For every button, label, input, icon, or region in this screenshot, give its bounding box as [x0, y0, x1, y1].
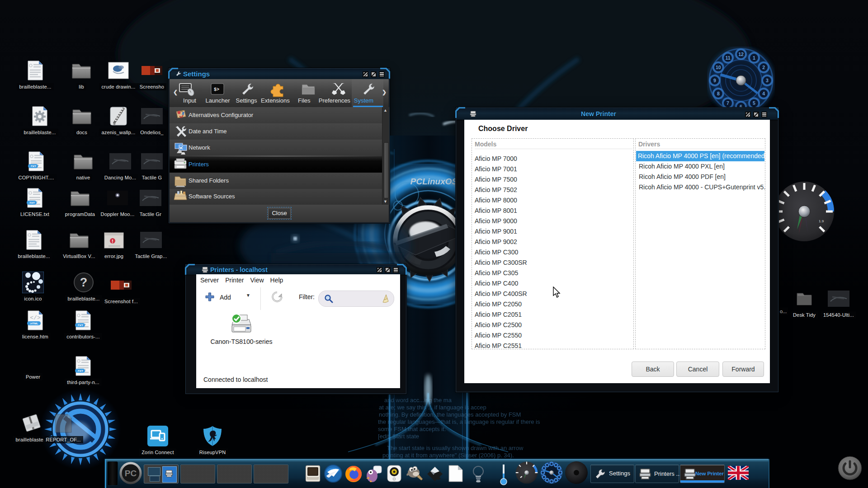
svg-text:7: 7 [726, 100, 729, 106]
svg-text:1.9: 1.9 [819, 219, 824, 223]
svg-text:and word acc...ing the ma: and word acc...ing the ma [384, 397, 452, 404]
svg-text:PC: PC [125, 469, 137, 478]
svg-text:10: 10 [716, 65, 721, 70]
svg-text:4: 4 [762, 91, 765, 96]
svg-text:2: 2 [762, 65, 765, 70]
svg-text:$>: $> [214, 87, 219, 92]
svg-text:PCLinuxOS: PCLinuxOS [410, 177, 458, 186]
svg-text:nothing. By definition, the la: nothing. By definition, the languages ac… [379, 411, 521, 418]
svg-text:1: 1 [753, 55, 755, 61]
svg-text:5: 5 [753, 100, 755, 106]
svg-text:pointing at it from anywhere": pointing at it from anywhere" (Sipser (2… [382, 452, 514, 459]
svg-text:12: 12 [738, 52, 744, 57]
svg-text:3: 3 [766, 78, 769, 83]
svg-text:9: 9 [713, 78, 716, 83]
svg-text:at are; we say this ... if lan: at are; we say this ... if language is a… [379, 404, 486, 411]
svg-text:8: 8 [717, 91, 720, 96]
svg-text:the regular languages—that is,: the regular languages—that is, a languag… [378, 418, 540, 425]
svg-text:11: 11 [725, 55, 730, 61]
